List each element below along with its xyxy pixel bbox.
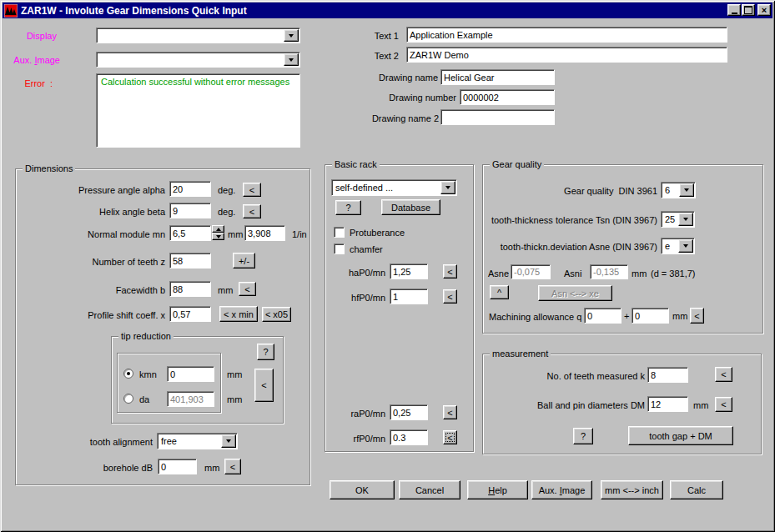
drawing-name-label: Drawing name — [379, 73, 438, 83]
cancel-button[interactable]: Cancel — [399, 480, 460, 499]
dimensions-group-title: Dimensions — [23, 164, 75, 173]
chamfer-checkbox[interactable] — [334, 243, 345, 254]
gear-quality-combobox[interactable]: 6 — [661, 182, 696, 198]
helix-angle-pick-button[interactable]: < — [243, 204, 261, 218]
ball-pin-input[interactable] — [647, 396, 688, 412]
basic-rack-group-title: Basic rack — [332, 160, 380, 169]
hap0-pick-button[interactable]: < — [443, 264, 457, 279]
rap0-pick-button[interactable]: < — [443, 405, 457, 419]
pressure-angle-input[interactable] — [169, 181, 211, 197]
app-icon[interactable] — [4, 4, 18, 18]
tip-reduction-pick-button[interactable]: < — [254, 369, 274, 402]
profile-shift-label: Profile shift coeff. x — [88, 310, 165, 320]
aux-image-combobox[interactable] — [96, 52, 300, 68]
tolerance-dropdown-button[interactable] — [678, 213, 693, 226]
aux-image-dropdown-button[interactable] — [284, 53, 299, 66]
x05-button[interactable]: < x05 — [262, 307, 291, 322]
hfp0-input[interactable] — [390, 289, 428, 304]
calc-button[interactable]: Calc — [670, 480, 723, 499]
kmn-radio[interactable] — [123, 369, 133, 379]
text2-input[interactable] — [406, 47, 727, 63]
chevron-down-icon — [683, 244, 688, 248]
minimize-button[interactable] — [727, 4, 741, 16]
basic-rack-preset-value: self-defined ... — [335, 183, 393, 193]
asn-up-button[interactable]: ^ — [490, 285, 509, 299]
deviation-combobox[interactable]: e — [661, 238, 695, 254]
da-radio[interactable] — [123, 394, 133, 404]
teeth-sign-toggle-button[interactable]: +/- — [233, 253, 255, 269]
facewidth-label: Facewidth b — [116, 285, 165, 295]
app-window: ZAR1W - Involute Gear Dimensions Quick I… — [0, 0, 775, 532]
normal-module-spinner[interactable] — [212, 225, 224, 241]
tolerance-combobox[interactable]: 25 — [661, 211, 695, 228]
helix-angle-input[interactable] — [169, 203, 211, 218]
tooth-gap-dm-button[interactable]: tooth gap + DM — [628, 426, 733, 445]
borehole-pick-button[interactable]: < — [224, 459, 241, 474]
kmn-input[interactable] — [167, 366, 214, 382]
deviation-value: e — [665, 241, 670, 251]
aux-image-button[interactable]: Aux. Image — [531, 480, 592, 499]
tooth-alignment-dropdown-button[interactable] — [221, 434, 236, 448]
display-combobox[interactable] — [96, 28, 300, 43]
ball-pin-pick-button[interactable]: < — [715, 397, 732, 412]
drawing-number-input[interactable] — [460, 89, 555, 105]
facewidth-input[interactable] — [169, 281, 211, 297]
facewidth-unit: mm — [218, 285, 233, 295]
machining-allowance-input1[interactable] — [584, 308, 622, 324]
tooth-alignment-combobox[interactable]: free — [157, 433, 238, 449]
hap0-input[interactable] — [390, 263, 428, 279]
machining-allowance-input2[interactable] — [632, 308, 669, 324]
basic-rack-preset-combobox[interactable]: self-defined ... — [331, 179, 457, 196]
tooth-alignment-value: free — [161, 436, 177, 446]
gear-quality-dropdown-button[interactable] — [679, 183, 694, 197]
rfp0-pick-button[interactable]: < — [443, 430, 457, 444]
display-label: Display — [27, 31, 57, 41]
x-min-button[interactable]: < x min — [219, 306, 258, 322]
basic-rack-help-button[interactable]: ? — [335, 200, 361, 215]
drawing-name-input[interactable] — [440, 69, 555, 85]
close-button[interactable]: × — [757, 4, 771, 16]
protuberance-checkbox[interactable] — [334, 227, 345, 238]
kmn-radio-label: kmn — [139, 369, 157, 379]
machining-allowance-unit: mm — [672, 311, 687, 321]
asni-label: Asni — [564, 269, 581, 279]
profile-shift-input[interactable] — [169, 306, 211, 322]
chevron-down-icon — [683, 218, 688, 221]
deviation-dropdown-button[interactable] — [678, 239, 693, 253]
pressure-angle-pick-button[interactable]: < — [243, 183, 261, 197]
chevron-down-icon — [289, 58, 294, 62]
display-dropdown-button[interactable] — [284, 29, 299, 42]
error-message-text: Calculation successful without error mes… — [101, 77, 289, 87]
ok-button[interactable]: OK — [330, 480, 395, 499]
text1-label: Text 1 — [375, 31, 399, 41]
normal-module-unit: mm — [228, 229, 243, 239]
title-bar[interactable]: ZAR1W - Involute Gear Dimensions Quick I… — [3, 3, 772, 18]
database-button[interactable]: Database — [381, 199, 440, 215]
facewidth-pick-button[interactable]: < — [239, 282, 256, 296]
rfp0-input[interactable] — [390, 429, 428, 445]
borehole-input[interactable] — [158, 459, 197, 474]
tip-reduction-help-button[interactable]: ? — [257, 344, 274, 360]
spinner-down-button[interactable] — [212, 233, 224, 240]
deviation-label: tooth-thickn.deviation Asne (DIN 3967) — [501, 242, 657, 252]
maximize-button[interactable] — [742, 4, 755, 16]
mm-inch-button[interactable]: mm <--> inch — [601, 480, 663, 499]
teeth-measured-input[interactable] — [647, 367, 688, 383]
ball-pin-label: Ball and pin diameters DM — [537, 400, 645, 410]
help-button[interactable]: Help — [467, 480, 528, 499]
spinner-up-button[interactable] — [212, 225, 224, 233]
rap0-input[interactable] — [390, 404, 428, 420]
normal-module-input[interactable] — [169, 225, 211, 241]
protuberance-label: Protuberance — [350, 228, 405, 238]
teeth-measured-pick-button[interactable]: < — [715, 367, 732, 382]
helix-angle-label: Helix angle beta — [99, 207, 165, 217]
chevron-down-icon — [445, 186, 450, 189]
machining-allowance-pick-button[interactable]: < — [690, 308, 704, 324]
text1-input[interactable] — [406, 27, 727, 43]
drawing-name2-input[interactable] — [440, 109, 555, 125]
measurement-help-button[interactable]: ? — [573, 428, 593, 444]
basic-rack-dropdown-button[interactable] — [440, 181, 455, 194]
hfp0-pick-button[interactable]: < — [443, 289, 457, 304]
diametral-pitch-input[interactable] — [244, 225, 285, 241]
teeth-number-input[interactable] — [169, 253, 211, 269]
